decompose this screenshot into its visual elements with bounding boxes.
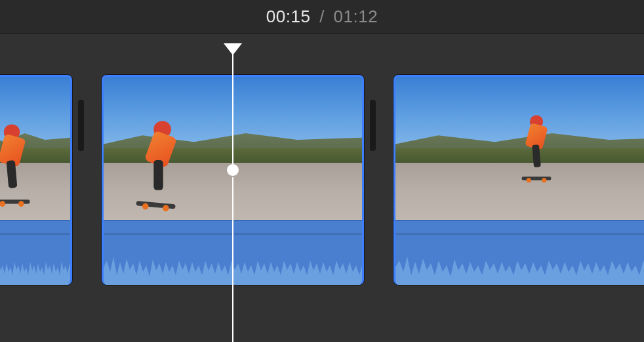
video-clip[interactable]	[393, 75, 644, 285]
volume-level-line[interactable]	[0, 234, 70, 234]
waveform-icon	[395, 249, 644, 285]
skateboarder-icon	[516, 116, 557, 181]
clip-audio-waveform[interactable]	[395, 220, 644, 285]
clip-trim-handle[interactable]	[370, 100, 376, 151]
volume-level-line[interactable]	[395, 234, 644, 234]
current-time: 00:15	[266, 7, 311, 26]
clips-row	[0, 75, 644, 285]
volume-level-line[interactable]	[104, 234, 362, 234]
timecode-display: 00:15 / 01:12	[266, 7, 378, 27]
clip-thumbnail	[104, 77, 362, 220]
waveform-icon	[104, 249, 364, 285]
clip-thumbnail	[0, 77, 70, 220]
timecode-header: 00:15 / 01:12	[0, 0, 644, 34]
video-clip[interactable]	[102, 75, 364, 285]
clip-audio-waveform[interactable]	[104, 220, 362, 285]
video-clip[interactable]	[0, 75, 72, 285]
skateboarder-icon	[0, 125, 37, 204]
total-duration: 01:12	[334, 7, 378, 26]
playhead-marker-icon	[224, 43, 242, 55]
clip-thumbnail	[395, 77, 644, 220]
skateboarder-icon	[128, 119, 190, 210]
timeline[interactable]	[0, 34, 644, 342]
time-separator: /	[319, 7, 325, 26]
waveform-icon	[0, 249, 72, 285]
clip-trim-handle[interactable]	[78, 100, 84, 151]
clip-audio-waveform[interactable]	[0, 220, 70, 285]
